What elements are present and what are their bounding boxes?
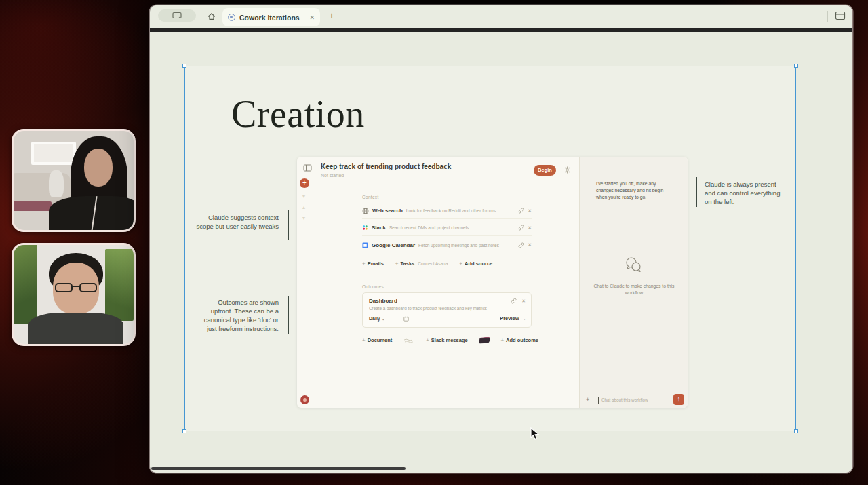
- scribble-icon: [403, 338, 414, 343]
- plus-icon: +: [500, 337, 504, 343]
- annotation-context: Claude suggests context scope but user e…: [196, 213, 279, 231]
- calendar-icon[interactable]: [403, 316, 409, 322]
- horizontal-scrollbar[interactable]: [151, 467, 406, 470]
- attach-plus-icon[interactable]: +: [586, 396, 589, 403]
- assistant-empty-state: Chat to Claude to make changes to this w…: [593, 283, 675, 296]
- claude-assistant-panel: I've started you off, make any changes n…: [579, 157, 688, 408]
- design-canvas[interactable]: Creation Claude suggests context scope b…: [150, 32, 852, 473]
- annotation-line: [288, 210, 289, 240]
- link-icon[interactable]: [518, 242, 524, 248]
- glasses: [54, 283, 98, 293]
- selection-handle[interactable]: [182, 64, 186, 68]
- outcome-title: Dashboard: [369, 298, 397, 304]
- plus-icon: +: [426, 337, 429, 343]
- add-outcome-button[interactable]: + Add outcome: [500, 337, 538, 343]
- preview-button[interactable]: Preview →: [500, 315, 526, 322]
- remove-icon[interactable]: ✕: [528, 208, 532, 214]
- home-icon: [207, 12, 216, 21]
- outcome-dashboard-card[interactable]: Dashboard ✕ Create a dashboard to track …: [362, 292, 532, 328]
- source-name: Slack: [372, 225, 386, 231]
- source-desc: Fetch upcoming meetings and past notes: [418, 243, 515, 248]
- workflow-status: Not started: [321, 173, 344, 178]
- google-calendar-icon: [362, 242, 368, 248]
- add-source-button[interactable]: + Add source: [459, 260, 492, 267]
- screenshare-icon: [172, 12, 182, 20]
- annotation-claude: Claude is always present and can control…: [705, 180, 781, 206]
- workflow-title: Keep track of trending product feedback: [321, 163, 451, 170]
- painting-left: [14, 245, 37, 324]
- annotation-line: [696, 177, 697, 207]
- annotation-outcomes: Outcomes are shown upfront. These can be…: [195, 298, 279, 333]
- statue: [49, 170, 64, 197]
- link-icon[interactable]: [511, 298, 517, 304]
- painting-right: [105, 249, 134, 321]
- frequency-dropdown[interactable]: Daily ⌄: [369, 316, 385, 321]
- add-document-button[interactable]: + Document: [362, 337, 392, 343]
- link-icon[interactable]: [518, 225, 524, 231]
- participant-video-1[interactable]: [12, 129, 136, 232]
- connect-asana-hint: Connect Asana: [418, 261, 448, 266]
- ghost-step-icon: ▾: [302, 193, 305, 199]
- source-name: Web search: [372, 208, 403, 214]
- remove-icon[interactable]: ✕: [528, 242, 532, 248]
- toolbar-divider: [827, 11, 828, 22]
- panel-toggle-button[interactable]: [835, 11, 846, 20]
- sidebar-toggle-icon[interactable]: [303, 164, 312, 172]
- home-button[interactable]: [205, 10, 218, 22]
- arrow-right-icon: →: [521, 315, 527, 322]
- settings-gear-icon[interactable]: [564, 166, 571, 174]
- chat-input[interactable]: [600, 395, 668, 405]
- dash-icon: —: [392, 316, 397, 321]
- collaborator-cursor: [479, 336, 490, 343]
- link-icon[interactable]: [518, 208, 524, 214]
- tab-close-icon[interactable]: ✕: [309, 14, 315, 21]
- shared-browser-window: Cowork iterations ✕ + Creation Cla: [150, 5, 852, 473]
- context-heading: Context: [362, 195, 379, 199]
- screenshare-button[interactable]: [158, 9, 196, 22]
- selection-handle[interactable]: [182, 429, 186, 433]
- assistant-message: I've started you off, make any changes n…: [596, 180, 668, 201]
- source-desc: Search recent DMs and project channels: [389, 225, 515, 230]
- begin-button[interactable]: Begin: [534, 165, 556, 176]
- outcome-desc: Create a dashboard to track product feed…: [369, 306, 526, 311]
- context-row-google-calendar[interactable]: Google Calendar Fetch upcoming meetings …: [362, 237, 532, 253]
- video-call-window: Cowork iterations ✕ + Creation Cla: [0, 0, 868, 485]
- plus-icon: +: [362, 260, 366, 267]
- plus-icon: +: [395, 260, 399, 267]
- shelf: [12, 201, 52, 211]
- context-row-slack[interactable]: Slack Search recent DMs and project chan…: [362, 220, 532, 236]
- add-slack-message-button[interactable]: + Slack message: [426, 337, 467, 343]
- send-button[interactable]: ↑: [673, 394, 684, 405]
- chat-input-row: + ↑: [580, 394, 688, 406]
- remove-icon[interactable]: ✕: [521, 298, 526, 304]
- add-step-button[interactable]: +: [300, 178, 309, 188]
- chat-bubbles-icon: [623, 256, 644, 275]
- ghost-step-icon: ▾: [302, 215, 305, 221]
- annotation-line: [288, 296, 289, 334]
- tab-cowork-iterations[interactable]: Cowork iterations ✕: [222, 8, 320, 26]
- selection-handle[interactable]: [794, 429, 798, 433]
- outcomes-add-row: + Document + Slack message: [362, 337, 538, 343]
- slide-frame[interactable]: Creation Claude suggests context scope b…: [184, 66, 796, 431]
- chevron-down-icon: ⌄: [382, 316, 385, 321]
- context-add-row: + Emails + Tasks Connect Asana + Add sou…: [362, 260, 538, 267]
- mouse-cursor: [530, 427, 540, 441]
- claude-avatar[interactable]: [300, 395, 309, 404]
- source-desc: Look for feedback on Reddit and other fo…: [406, 208, 515, 213]
- window-panel-icon: [835, 11, 846, 20]
- tab-favicon-icon: [228, 14, 235, 21]
- add-tasks-button[interactable]: + Tasks Connect Asana: [395, 260, 448, 267]
- plus-icon: +: [362, 337, 366, 343]
- remove-icon[interactable]: ✕: [528, 225, 532, 231]
- ghost-step-icon: ▴: [302, 204, 305, 210]
- new-tab-button[interactable]: +: [329, 10, 334, 21]
- selection-handle[interactable]: [794, 64, 798, 68]
- participant-video-2[interactable]: [12, 243, 136, 346]
- slide-title: Creation: [231, 92, 365, 136]
- context-row-web-search[interactable]: Web search Look for feedback on Reddit a…: [362, 203, 532, 219]
- plus-icon: +: [459, 260, 462, 267]
- browser-toolbar: Cowork iterations ✕ +: [150, 5, 852, 28]
- text-caret: [598, 397, 599, 404]
- add-emails-button[interactable]: + Emails: [362, 260, 384, 267]
- person-2-body: [28, 313, 123, 346]
